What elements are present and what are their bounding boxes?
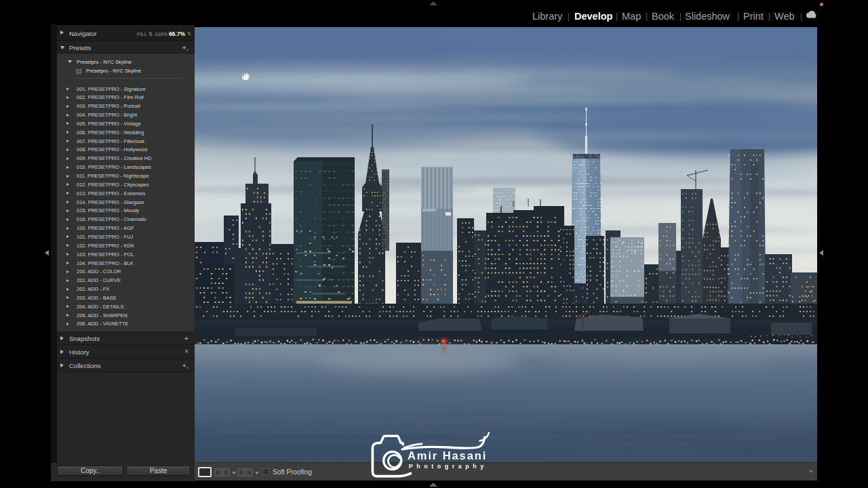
svg-text:Amir Hasani: Amir Hasani: [408, 449, 487, 462]
svg-text:Photography: Photography: [409, 463, 488, 470]
